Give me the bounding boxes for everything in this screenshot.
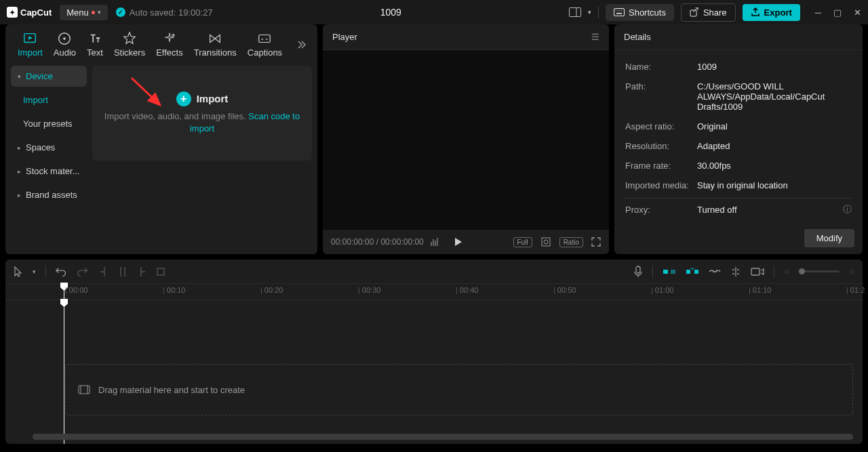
- player-viewport[interactable]: [323, 50, 609, 230]
- fullscreen-icon[interactable]: [591, 237, 601, 247]
- detail-proxy-value: Turned off: [697, 205, 737, 215]
- zoom-slider[interactable]: [799, 270, 840, 272]
- zoom-out-icon[interactable]: ○: [784, 266, 789, 276]
- play-button[interactable]: [454, 237, 462, 247]
- microphone-icon[interactable]: [633, 266, 643, 278]
- delete-icon[interactable]: [156, 267, 165, 276]
- timeline-tracks[interactable]: Drag material here and start to create: [5, 300, 863, 444]
- player-menu-icon[interactable]: ☰: [591, 32, 599, 42]
- text-icon: [87, 31, 102, 46]
- split-left-icon[interactable]: [99, 266, 108, 277]
- audio-icon: [57, 31, 72, 46]
- more-tabs-button[interactable]: [292, 39, 311, 50]
- app-logo: ✦ CapCut: [7, 7, 52, 18]
- scrollbar-thumb[interactable]: [33, 434, 853, 440]
- timeline-scrollbar[interactable]: [33, 434, 853, 440]
- playhead-line[interactable]: [64, 300, 64, 444]
- ruler-tick: 01:00: [651, 286, 673, 294]
- keyboard-icon: [614, 8, 625, 16]
- tree-stock[interactable]: ▸Stock mater...: [11, 161, 87, 182]
- chevron-down-icon: ▾: [98, 9, 101, 16]
- timeline-drop-label: Drag material here and start to create: [98, 385, 245, 395]
- ruler-tick: 01:2: [846, 286, 865, 294]
- detail-aspect-value: Original: [697, 121, 728, 131]
- zoom-in-icon[interactable]: ○: [849, 266, 854, 276]
- import-dropzone[interactable]: + Import Import video, audio, and image …: [92, 66, 312, 161]
- app-name: CapCut: [20, 7, 52, 18]
- tab-effects[interactable]: Effects: [151, 28, 189, 60]
- chevron-down-icon[interactable]: ▾: [588, 9, 591, 16]
- plus-icon: +: [176, 91, 191, 106]
- svg-rect-19: [671, 270, 675, 274]
- tree-presets[interactable]: Your presets: [11, 113, 87, 134]
- svg-point-3: [615, 9, 616, 10]
- share-icon: [690, 7, 699, 17]
- redo-button[interactable]: [77, 267, 90, 276]
- magnet-auto-icon[interactable]: [686, 267, 699, 276]
- svg-point-5: [619, 9, 620, 10]
- details-title: Details: [624, 32, 651, 42]
- ruler-tick: 01:10: [749, 286, 771, 294]
- svg-rect-26: [79, 386, 90, 394]
- svg-point-22: [692, 268, 693, 270]
- close-button[interactable]: ✕: [854, 7, 861, 18]
- svg-rect-8: [690, 10, 696, 16]
- share-button[interactable]: Share: [681, 3, 736, 22]
- import-icon: [22, 31, 37, 46]
- film-icon: [78, 385, 90, 394]
- minimize-button[interactable]: ─: [815, 7, 821, 18]
- crop-icon[interactable]: [540, 237, 551, 247]
- layout-icon[interactable]: [569, 7, 581, 17]
- magnet-main-icon[interactable]: [663, 267, 676, 276]
- ruler-tick: 00:10: [163, 286, 185, 294]
- autosave-label: Auto saved: 19:00:27: [130, 7, 213, 18]
- full-button[interactable]: Full: [513, 237, 532, 247]
- chevron-down-icon[interactable]: ▾: [33, 268, 36, 275]
- detail-fps-label: Frame rate:: [625, 161, 697, 171]
- menu-button[interactable]: Menu ▾: [60, 5, 108, 20]
- timeline-dropzone[interactable]: Drag material here and start to create: [65, 364, 853, 415]
- info-icon[interactable]: ⓘ: [843, 203, 852, 215]
- playhead[interactable]: [64, 284, 64, 300]
- maximize-button[interactable]: ▢: [833, 7, 842, 18]
- tree-import[interactable]: Import: [11, 89, 87, 110]
- tree-spaces[interactable]: ▸Spaces: [11, 137, 87, 158]
- effects-icon: [162, 31, 177, 46]
- ruler-tick: 00:00: [65, 286, 87, 294]
- player-time: 00:00:00:00 / 00:00:00:00: [331, 237, 424, 247]
- undo-button[interactable]: [56, 267, 68, 276]
- export-button[interactable]: Export: [743, 4, 800, 21]
- svg-rect-12: [259, 35, 271, 43]
- svg-line-13: [132, 78, 160, 105]
- logo-mark-icon: ✦: [7, 7, 18, 18]
- ratio-button[interactable]: Ratio: [559, 237, 583, 247]
- tab-text[interactable]: Text: [81, 28, 108, 60]
- detail-path-value: C:/Users/GOOD WILL ALWAYS/AppData/Local/…: [697, 81, 852, 112]
- volume-bars-icon[interactable]: [431, 238, 438, 246]
- tab-stickers[interactable]: Stickers: [108, 28, 151, 60]
- split-icon[interactable]: [118, 266, 127, 277]
- tab-transitions[interactable]: Transitions: [189, 28, 242, 60]
- detail-resolution-value: Adapted: [697, 141, 730, 151]
- svg-point-24: [694, 268, 694, 268]
- detail-imported-label: Imported media:: [625, 180, 697, 190]
- ruler-tick: 00:40: [456, 286, 478, 294]
- split-right-icon[interactable]: [137, 266, 146, 277]
- tab-import[interactable]: Import: [12, 28, 48, 60]
- svg-point-6: [621, 9, 622, 10]
- transitions-icon: [208, 31, 222, 46]
- tree-device[interactable]: ▾Device: [11, 66, 87, 87]
- modify-button[interactable]: Modify: [804, 229, 854, 247]
- shortcuts-button[interactable]: Shortcuts: [606, 4, 674, 21]
- svg-rect-2: [614, 9, 624, 16]
- tree-brand[interactable]: ▸Brand assets: [11, 184, 87, 205]
- details-panel: Details Name:1009 Path:C:/Users/GOOD WIL…: [614, 24, 863, 254]
- tab-captions[interactable]: Captions: [242, 28, 288, 60]
- timeline-ruler[interactable]: 00:00 00:10 00:20 00:30 00:40 00:50 01:0…: [5, 284, 863, 300]
- preview-icon[interactable]: [751, 267, 764, 276]
- tab-audio[interactable]: Audio: [48, 28, 81, 60]
- selection-tool-icon[interactable]: [14, 266, 23, 277]
- align-icon[interactable]: [730, 266, 741, 277]
- link-icon[interactable]: [709, 268, 721, 275]
- import-hint: Import video, audio, and image files.: [104, 111, 248, 121]
